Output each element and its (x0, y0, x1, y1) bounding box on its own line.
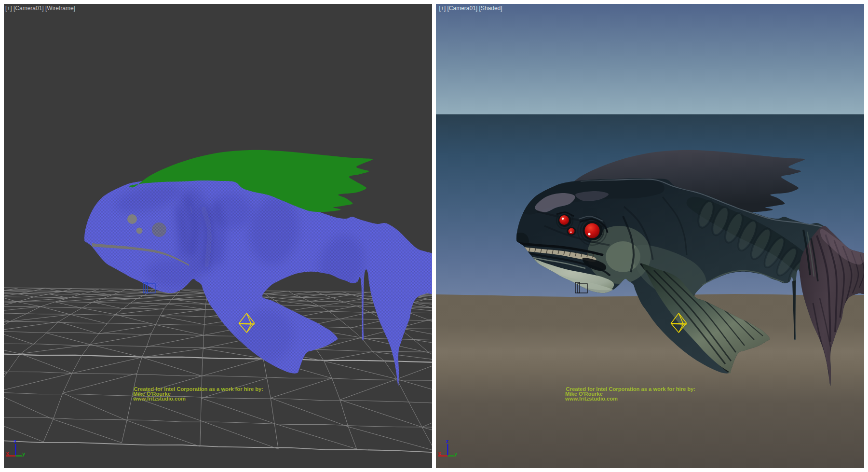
svg-text:[+] [Camera01] [Shaded]: [+] [Camera01] [Shaded] (439, 5, 502, 12)
svg-text:z: z (14, 438, 17, 444)
svg-text:x: x (438, 450, 442, 456)
svg-text:x: x (6, 450, 10, 456)
svg-text:www.fritzstudio.com: www.fritzstudio.com (133, 396, 186, 402)
svg-text:z: z (446, 438, 449, 444)
svg-text:www.fritzstudio.com: www.fritzstudio.com (565, 396, 618, 402)
svg-text:[+] [Camera01] [Wireframe]: [+] [Camera01] [Wireframe] (5, 5, 75, 12)
svg-text:y: y (22, 451, 26, 457)
svg-text:y: y (454, 451, 458, 457)
